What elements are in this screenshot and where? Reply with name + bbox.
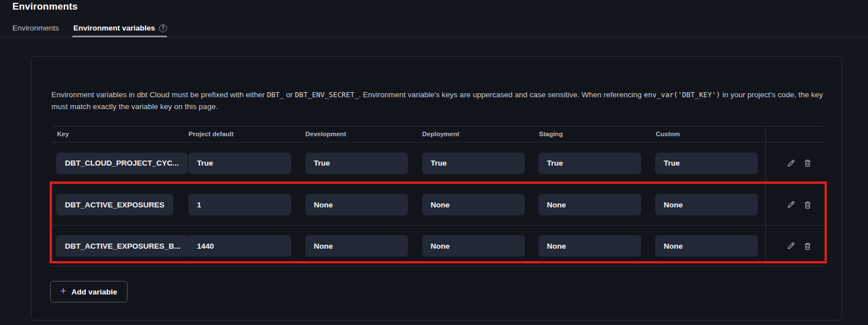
delete-variable-button[interactable]	[803, 241, 812, 250]
add-variable-label: Add variable	[72, 288, 117, 296]
development-value-cell: True	[305, 153, 408, 174]
trash-icon	[803, 241, 812, 250]
edit-variable-button[interactable]	[786, 158, 796, 168]
edit-variable-button[interactable]	[786, 241, 796, 251]
column-header-custom: Custom	[656, 131, 680, 137]
page-title: Environments	[12, 1, 78, 12]
variable-key-cell: DBT_ACTIVE_EXPOSURES	[56, 194, 173, 215]
instructions-text: Environment variables in dbt Cloud must …	[51, 90, 267, 99]
edit-variable-button[interactable]	[786, 200, 796, 210]
staging-value-cell: True	[538, 153, 641, 174]
tab-environment-variables[interactable]: Environment variables ?	[73, 24, 167, 32]
environment-variables-table: Key Project default Development Deployme…	[51, 126, 823, 266]
pencil-icon	[786, 200, 796, 210]
code-dbt-env-secret-prefix: DBT_ENV_SECRET_	[295, 90, 359, 99]
table-header-row: Key Project default Development Deployme…	[51, 127, 823, 142]
active-tab-indicator	[72, 36, 167, 37]
column-header-development: Development	[305, 131, 346, 137]
plus-icon: +	[60, 286, 67, 296]
tab-environments[interactable]: Environments	[12, 24, 59, 32]
staging-value-cell: None	[538, 235, 641, 257]
code-env-var-reference: env_var('DBT_KEY')	[644, 90, 720, 99]
table-row: DBT_ACTIVE_EXPOSURES_B... 1440 None None…	[51, 226, 823, 267]
deployment-value-cell: None	[422, 194, 525, 215]
code-dbt-prefix: DBT_	[267, 90, 284, 99]
project-default-value-cell: True	[188, 153, 291, 174]
environment-variables-panel: Environment variables in dbt Cloud must …	[31, 56, 842, 320]
tab-environment-variables-label: Environment variables	[73, 24, 155, 32]
custom-value-cell: None	[655, 235, 758, 257]
custom-value-cell: True	[655, 153, 758, 174]
instructions-text: or	[284, 90, 295, 99]
tab-bar: Environments Environment variables ?	[0, 21, 868, 37]
column-header-project-default: Project default	[188, 131, 234, 137]
pencil-icon	[786, 241, 796, 251]
trash-icon	[803, 200, 812, 209]
delete-variable-button[interactable]	[803, 159, 812, 168]
column-header-deployment: Deployment	[422, 131, 459, 137]
project-default-value-cell: 1440	[188, 235, 291, 257]
variable-key-cell: DBT_CLOUD_PROJECT_CYC...	[56, 153, 188, 174]
project-default-value-cell: 1	[188, 194, 291, 215]
column-header-staging: Staging	[539, 131, 563, 137]
staging-value-cell: None	[538, 194, 641, 215]
deployment-value-cell: True	[422, 153, 525, 174]
help-icon[interactable]: ?	[159, 24, 167, 32]
custom-value-cell: None	[655, 194, 758, 215]
development-value-cell: None	[305, 235, 408, 257]
development-value-cell: None	[305, 194, 408, 215]
column-header-key: Key	[57, 131, 69, 137]
prefix-instructions: Environment variables in dbt Cloud must …	[51, 89, 826, 112]
add-variable-button[interactable]: + Add variable	[50, 281, 128, 302]
instructions-text: . Environment variable's keys are upperc…	[358, 90, 643, 99]
delete-variable-button[interactable]	[803, 200, 812, 209]
table-row: DBT_ACTIVE_EXPOSURES 1 None None None No…	[51, 184, 823, 226]
trash-icon	[803, 159, 812, 168]
pencil-icon	[786, 158, 796, 168]
table-row: DBT_CLOUD_PROJECT_CYC... True True True …	[51, 142, 823, 184]
variable-key-cell: DBT_ACTIVE_EXPOSURES_B...	[56, 235, 190, 257]
deployment-value-cell: None	[422, 235, 525, 257]
